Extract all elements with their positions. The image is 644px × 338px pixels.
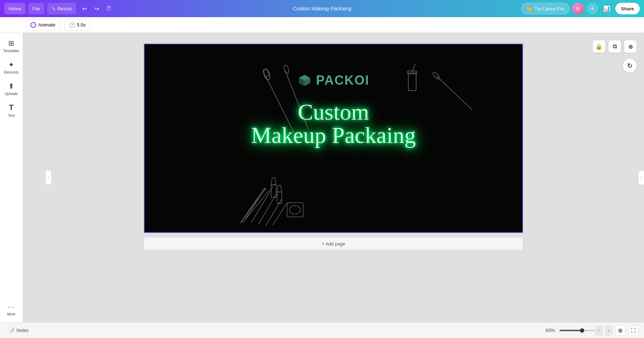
zoom-slider-fill bbox=[560, 330, 582, 331]
duplicate-button[interactable]: ⧉ bbox=[608, 40, 621, 53]
secondary-toolbar: Animate 🕐 5.0s bbox=[0, 17, 644, 33]
sidebar-item-elements[interactable]: ✦ Elements bbox=[1, 57, 21, 77]
sidebar-item-text[interactable]: T Text bbox=[1, 100, 21, 120]
redo-button[interactable]: ↪ bbox=[91, 3, 102, 14]
home-button[interactable]: Home bbox=[4, 3, 25, 14]
left-sidebar: ⊞ Templates ✦ Elements ⬆ Uploads T Text … bbox=[0, 33, 23, 322]
neon-text-area: Custom Makeup Packaing bbox=[251, 100, 416, 148]
bottom-bar: 📝 Notes 63% ‹ › ⊞ ⛶ bbox=[0, 322, 644, 338]
zoom-controls: 63% bbox=[544, 328, 595, 333]
uploads-icon: ⬆ bbox=[8, 82, 14, 90]
elements-icon: ✦ bbox=[8, 60, 14, 69]
duration-button[interactable]: 🕐 5.0s bbox=[64, 19, 91, 31]
logo-area: PACKOI bbox=[297, 73, 369, 88]
crown-icon: 👑 bbox=[527, 6, 532, 11]
refresh-button[interactable]: ↻ bbox=[623, 59, 637, 73]
top-navbar: Home File ⤡ Resize ↩ ↪ ⏱ Custom Makeup P… bbox=[0, 0, 644, 17]
collapse-sidebar-left-button[interactable]: ‹ bbox=[46, 170, 52, 185]
sidebar-item-uploads[interactable]: ⬆ Uploads bbox=[1, 79, 21, 99]
zoom-slider-thumb[interactable] bbox=[580, 328, 584, 333]
fullscreen-button[interactable]: ⛶ bbox=[628, 325, 638, 335]
canvas-area: 🔒 ⧉ ⊕ ↻ bbox=[23, 33, 644, 322]
timer-button[interactable]: ⏱ bbox=[103, 3, 114, 14]
design-canvas-wrapper: PACKOI Custom Makeup Packaing + Add page bbox=[144, 44, 523, 250]
add-collaborator-button[interactable]: + bbox=[587, 3, 598, 14]
logo-text: PACKOI bbox=[316, 73, 369, 88]
undo-redo-group: ↩ ↪ ⏱ bbox=[79, 3, 114, 14]
try-canva-pro-button[interactable]: 👑 Try Canva Pro bbox=[521, 3, 570, 14]
add-page-button[interactable]: + Add page bbox=[144, 237, 523, 250]
share-button[interactable]: Share bbox=[615, 3, 640, 14]
scroll-right-button[interactable]: › bbox=[605, 325, 613, 335]
collapse-sidebar-right-button[interactable]: › bbox=[638, 170, 644, 185]
avatar[interactable]: U bbox=[572, 3, 584, 14]
templates-icon: ⊞ bbox=[8, 39, 14, 48]
clock-icon: 🕐 bbox=[69, 22, 75, 28]
neon-line1: Custom bbox=[251, 100, 416, 125]
lock-button[interactable]: 🔒 bbox=[592, 40, 605, 53]
add-element-button[interactable]: ⊕ bbox=[624, 40, 637, 53]
bottom-right-buttons: ‹ › ⊞ ⛶ bbox=[595, 325, 638, 335]
animate-button[interactable]: Animate bbox=[26, 19, 60, 31]
zoom-percent: 63% bbox=[544, 328, 557, 333]
document-title: Custom Makeup Packaing bbox=[293, 6, 351, 11]
packoi-box-icon bbox=[297, 73, 312, 88]
file-button[interactable]: File bbox=[28, 3, 44, 14]
animate-icon bbox=[30, 22, 36, 28]
resize-button[interactable]: ⤡ Resize bbox=[47, 3, 76, 14]
sidebar-item-templates[interactable]: ⊞ Templates bbox=[1, 36, 21, 56]
analytics-button[interactable]: 📊 bbox=[601, 3, 613, 14]
text-icon: T bbox=[9, 103, 14, 112]
undo-button[interactable]: ↩ bbox=[79, 3, 90, 14]
page-grid-button[interactable]: ⊞ bbox=[615, 325, 625, 335]
notes-button[interactable]: 📝 Notes bbox=[6, 326, 31, 334]
canvas-float-tools: 🔒 ⧉ ⊕ bbox=[592, 40, 637, 53]
resize-icon: ⤡ bbox=[52, 6, 56, 11]
neon-line2: Makeup Packaing bbox=[251, 123, 416, 148]
more-icon: ··· bbox=[7, 303, 15, 311]
zoom-slider[interactable] bbox=[560, 330, 595, 331]
notes-icon: 📝 bbox=[9, 328, 14, 333]
refresh-panel: ↻ bbox=[623, 59, 637, 73]
sidebar-item-more[interactable]: ··· More bbox=[1, 299, 21, 319]
design-canvas[interactable]: PACKOI Custom Makeup Packaing bbox=[144, 44, 523, 233]
scroll-left-button[interactable]: ‹ bbox=[595, 325, 602, 335]
main-area: ⊞ Templates ✦ Elements ⬆ Uploads T Text … bbox=[0, 33, 644, 322]
